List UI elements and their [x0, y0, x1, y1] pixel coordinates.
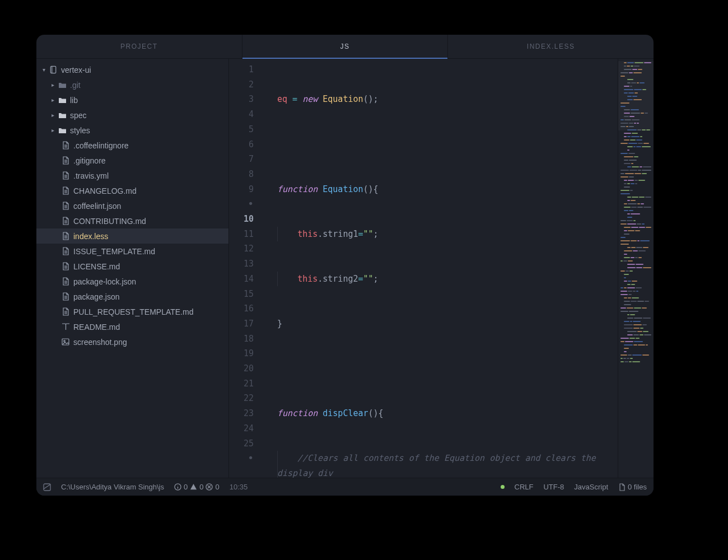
- warn-icon: [190, 483, 197, 491]
- line-number: 6: [229, 137, 259, 152]
- status-diagnostics[interactable]: 0 0 0: [174, 483, 220, 491]
- line-number: 5: [229, 122, 259, 137]
- tree-file[interactable]: PULL_REQUEST_TEMPLATE.md: [36, 304, 228, 319]
- line-number: 12: [229, 241, 259, 256]
- tree-item-label: README.md: [73, 323, 120, 332]
- tab-project[interactable]: PROJECT: [36, 35, 242, 58]
- chevron-down-icon: ▾: [40, 67, 48, 73]
- tree-item-label: index.less: [73, 232, 108, 241]
- file-icon: [60, 247, 71, 255]
- tree-file[interactable]: ISSUE_TEMPLATE.md: [36, 244, 228, 259]
- tree-file[interactable]: .coffeelintignore: [36, 138, 228, 153]
- status-cursor[interactable]: 10:35: [230, 483, 248, 491]
- status-sync-ok-icon[interactable]: [501, 485, 505, 489]
- status-encoding[interactable]: UTF-8: [543, 483, 564, 491]
- tree-file[interactable]: CONTRIBUTING.md: [36, 213, 228, 228]
- line-number: 9: [229, 182, 259, 197]
- line-number: 14: [229, 272, 259, 287]
- tab-index-less[interactable]: INDEX.LESS: [448, 35, 654, 58]
- comment: //Clears all contents of the Equation ob…: [277, 453, 596, 478]
- error-icon: [206, 483, 213, 491]
- file-icon: [60, 292, 71, 301]
- tree-file[interactable]: LICENSE.md: [36, 259, 228, 274]
- token-op: =: [287, 94, 302, 104]
- tree-item-label: .git: [70, 81, 81, 90]
- folder-icon: [57, 82, 68, 88]
- tree-item-label: .travis.yml: [73, 171, 109, 180]
- code-area[interactable]: eq = new Equation(); function Equation()…: [259, 59, 618, 478]
- line-gutter: 123456789•101112131415161718192021222324…: [229, 59, 259, 478]
- token-identifier: eq: [277, 94, 287, 104]
- file-icon: [60, 262, 71, 270]
- tree-folder[interactable]: ▸ styles: [36, 123, 228, 138]
- tab-js[interactable]: JS: [242, 35, 449, 58]
- tree-item-label: ISSUE_TEMPLATE.md: [73, 247, 155, 256]
- token-keyword: function: [277, 184, 318, 194]
- file-icon: [60, 156, 71, 165]
- status-file-mode-icon[interactable]: [43, 483, 51, 491]
- line-number: 25: [229, 436, 259, 451]
- tree-item-label: PULL_REQUEST_TEMPLATE.md: [73, 307, 193, 316]
- minimap[interactable]: [618, 59, 654, 478]
- file-icon: [60, 186, 71, 195]
- status-language[interactable]: JavaScript: [574, 483, 608, 491]
- tree-item-label: LICENSE.md: [73, 262, 120, 271]
- book-icon: [60, 323, 71, 330]
- line-number: 4: [229, 107, 259, 122]
- line-number: 2: [229, 77, 259, 92]
- tab-label: INDEX.LESS: [527, 43, 575, 50]
- file-icon: [60, 307, 71, 316]
- token-function: Equation: [323, 184, 363, 194]
- line-number: •: [229, 197, 259, 212]
- tree-folder[interactable]: ▸ spec: [36, 108, 228, 123]
- tree-item-label: styles: [70, 126, 90, 135]
- tree-item-label: spec: [70, 111, 87, 120]
- chevron-right-icon: ▸: [49, 97, 57, 103]
- line-number: 8: [229, 167, 259, 182]
- line-number: 24: [229, 421, 259, 436]
- image-icon: [60, 338, 71, 346]
- tree-file[interactable]: package.json: [36, 289, 228, 304]
- tree-file[interactable]: .travis.yml: [36, 168, 228, 183]
- tree-file[interactable]: screenshot.png: [36, 334, 228, 349]
- tree-folder[interactable]: ▸ .git: [36, 77, 228, 92]
- tab-label: JS: [340, 43, 350, 50]
- tree-folder[interactable]: ▸ lib: [36, 92, 228, 108]
- tree-file[interactable]: CHANGELOG.md: [36, 183, 228, 198]
- tree-item-label: package-lock.json: [73, 277, 136, 286]
- line-number: 19: [229, 346, 259, 361]
- info-icon: [174, 483, 181, 491]
- tree-file[interactable]: .gitignore: [36, 153, 228, 168]
- line-number: 21: [229, 376, 259, 391]
- tree-item-label: CHANGELOG.md: [73, 186, 137, 195]
- line-number: 13: [229, 256, 259, 272]
- tab-label: PROJECT: [120, 43, 158, 50]
- code-editor[interactable]: 123456789•101112131415161718192021222324…: [229, 59, 654, 478]
- tree-file[interactable]: package-lock.json: [36, 274, 228, 289]
- line-number: 3: [229, 92, 259, 107]
- line-number: 10: [229, 212, 259, 227]
- tree-item-label: lib: [70, 96, 78, 105]
- tree-file[interactable]: coffeelint.json: [36, 198, 228, 213]
- tree-item-label: .gitignore: [73, 156, 106, 165]
- chevron-right-icon: ▸: [49, 127, 57, 133]
- tree-file[interactable]: README.md: [36, 319, 228, 334]
- file-icon: [60, 217, 71, 225]
- project-tree[interactable]: ▾ vertex-ui ▸ .git ▸ lib ▸ spec: [36, 59, 229, 478]
- editor-body: ▾ vertex-ui ▸ .git ▸ lib ▸ spec: [36, 59, 654, 478]
- repo-icon: [48, 66, 59, 74]
- tree-file[interactable]: index.less: [36, 228, 228, 244]
- token-punct: ();: [363, 94, 379, 104]
- svg-point-2: [64, 340, 66, 342]
- tree-root[interactable]: ▾ vertex-ui: [36, 62, 228, 77]
- line-number: •: [229, 451, 259, 466]
- tab-bar: PROJECT JS INDEX.LESS: [36, 35, 654, 59]
- file-icon: [60, 202, 71, 210]
- status-path[interactable]: C:\Users\Aditya Vikram Singh\js: [61, 483, 164, 491]
- status-files[interactable]: 0 files: [618, 483, 647, 491]
- chevron-right-icon: ▸: [49, 112, 57, 118]
- svg-rect-0: [50, 66, 55, 73]
- status-eol[interactable]: CRLF: [515, 483, 534, 491]
- file-icon: [60, 141, 71, 150]
- token-keyword: new: [302, 94, 318, 104]
